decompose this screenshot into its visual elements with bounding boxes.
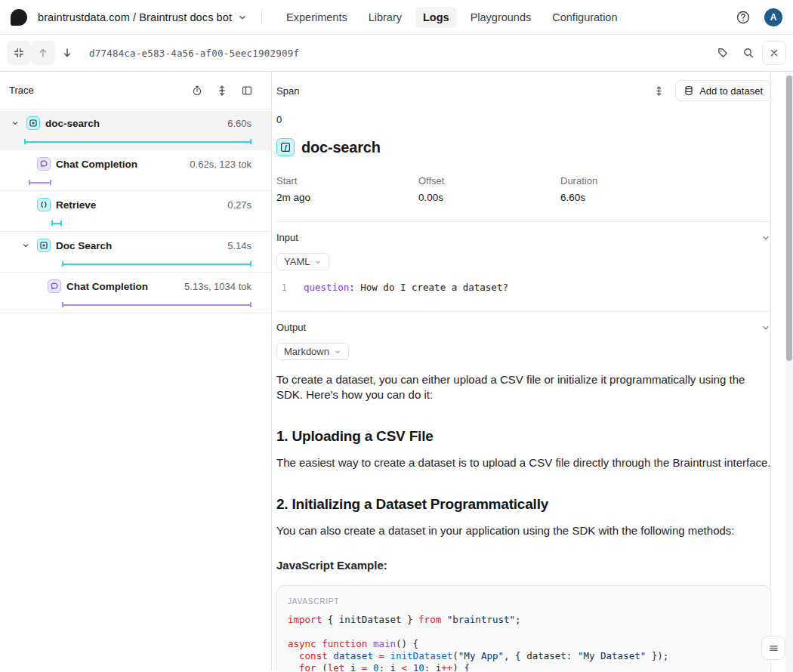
function-icon bbox=[37, 239, 51, 252]
span-name: Doc Search bbox=[56, 240, 222, 251]
output-format-select[interactable]: Markdown bbox=[276, 343, 349, 360]
chevron-down-icon[interactable] bbox=[761, 233, 771, 243]
chat-bubble-icon bbox=[37, 157, 51, 171]
span-duration: 0.62s, 123 tok bbox=[190, 159, 251, 170]
span-panel-title: Span bbox=[276, 85, 653, 97]
divider bbox=[261, 10, 262, 25]
timeline-bar bbox=[51, 220, 62, 226]
span-name-heading: doc-search bbox=[301, 139, 381, 156]
trace-tree: doc-search6.60sChat Completion0.62s, 123… bbox=[0, 111, 271, 313]
code-language-label: JAVASCRIPT bbox=[288, 596, 760, 606]
heading-uploading-csv: 1. Uploading a CSV File bbox=[276, 427, 771, 445]
span-panel: Span Add to dataset 0 f doc-search Start… bbox=[272, 72, 793, 671]
timeline-bar bbox=[29, 180, 51, 185]
output-section-title: Output bbox=[276, 322, 306, 333]
function-icon bbox=[26, 116, 40, 130]
span-name: Chat Completion bbox=[66, 281, 179, 292]
timer-icon[interactable] bbox=[191, 85, 203, 97]
chat-bubble-icon bbox=[48, 279, 61, 293]
chevron-down-icon[interactable] bbox=[761, 322, 771, 333]
next-span-button[interactable] bbox=[55, 41, 79, 65]
main-nav: ExperimentsLibraryLogsPlaygroundsConfigu… bbox=[279, 7, 625, 28]
side-panel-icon[interactable] bbox=[241, 85, 253, 97]
span-score: 0 bbox=[276, 114, 771, 125]
timeline-bar bbox=[24, 139, 251, 144]
collapsed-panel-toggle-button[interactable] bbox=[761, 636, 785, 660]
span-meta: Start2m agoOffset0.00sDuration6.60s bbox=[276, 175, 771, 203]
code-block: JAVASCRIPT import { initDataset } from "… bbox=[276, 585, 771, 671]
avatar[interactable]: A bbox=[764, 8, 782, 26]
scrollbar-thumb[interactable] bbox=[786, 76, 792, 361]
code-lines: import { initDataset } from "braintrust"… bbox=[288, 614, 760, 671]
database-icon bbox=[683, 85, 694, 96]
paragraph: To create a dataset, you can either uplo… bbox=[276, 372, 771, 402]
trace-toolbar: d77484ca-e583-4a56-af00-5eec1902909f bbox=[0, 35, 793, 72]
nav-configuration[interactable]: Configuration bbox=[545, 7, 625, 28]
trace-panel-title: Trace bbox=[9, 85, 191, 96]
input-section: Input YAML 1 question: How do I create a… bbox=[276, 221, 771, 293]
function-icon: f bbox=[276, 138, 295, 156]
trace-row[interactable]: doc-search6.60s bbox=[0, 111, 271, 150]
span-duration: 0.27s bbox=[227, 199, 251, 211]
chevron-down-icon[interactable] bbox=[237, 12, 248, 23]
chevron-down-icon[interactable] bbox=[9, 117, 21, 129]
span-duration: 6.60s bbox=[227, 118, 251, 129]
paragraph: The easiest way to create a dataset is t… bbox=[276, 455, 771, 470]
trace-id: d77484ca-e583-4a56-af00-5eec1902909f bbox=[89, 48, 299, 59]
meta-offset: Offset0.00s bbox=[418, 175, 560, 203]
span-name: Chat Completion bbox=[56, 159, 184, 170]
add-to-dataset-button[interactable]: Add to dataset bbox=[675, 80, 771, 101]
search-icon[interactable] bbox=[736, 41, 761, 65]
span-name: Retrieve bbox=[56, 199, 222, 211]
chevron-down-icon[interactable] bbox=[20, 239, 32, 251]
trace-row[interactable]: Chat Completion5.13s, 1034 tok bbox=[0, 274, 271, 313]
collapse-fullscreen-button[interactable] bbox=[7, 41, 31, 65]
nav-logs[interactable]: Logs bbox=[415, 7, 457, 28]
parentheses-icon bbox=[37, 198, 51, 211]
help-icon[interactable] bbox=[735, 9, 751, 26]
tag-icon[interactable] bbox=[711, 41, 735, 65]
project-breadcrumb[interactable]: braintrustdata.com / Braintrust docs bot bbox=[38, 11, 232, 23]
input-section-title: Input bbox=[276, 232, 298, 243]
braintrust-logo bbox=[11, 9, 27, 26]
javascript-example-label: JavaScript Example: bbox=[276, 558, 771, 573]
drag-handle-icon[interactable] bbox=[653, 85, 665, 97]
svg-text:f: f bbox=[285, 143, 288, 151]
trace-row[interactable]: Doc Search5.14s bbox=[0, 233, 271, 273]
top-bar: braintrustdata.com / Braintrust docs bot… bbox=[0, 0, 793, 35]
heading-initializing-dataset: 2. Initializing a Dataset Programmatical… bbox=[276, 495, 771, 513]
panel-divider bbox=[770, 72, 771, 672]
paragraph: You can also create a dataset in your ap… bbox=[276, 523, 771, 538]
meta-start: Start2m ago bbox=[276, 175, 418, 203]
nav-experiments[interactable]: Experiments bbox=[279, 7, 355, 28]
trace-row[interactable]: Chat Completion0.62s, 123 tok bbox=[0, 152, 271, 191]
prev-span-button[interactable] bbox=[31, 41, 55, 65]
expand-rows-icon[interactable] bbox=[216, 85, 228, 97]
input-format-select[interactable]: YAML bbox=[276, 253, 329, 270]
timeline-bar bbox=[62, 261, 251, 267]
nav-library[interactable]: Library bbox=[361, 7, 409, 28]
span-duration: 5.13s, 1034 tok bbox=[184, 281, 251, 292]
close-icon[interactable] bbox=[762, 41, 786, 65]
nav-playgrounds[interactable]: Playgrounds bbox=[463, 7, 539, 28]
line-number: 1 bbox=[276, 282, 287, 293]
input-code-line[interactable]: 1 question: How do I create a dataset? bbox=[276, 282, 771, 293]
trace-panel: Trace doc-search6.60sChat Completion0.62… bbox=[0, 72, 272, 671]
span-duration: 5.14s bbox=[227, 240, 251, 251]
markdown-output: To create a dataset, you can either uplo… bbox=[276, 372, 771, 671]
timeline-bar bbox=[62, 302, 251, 307]
meta-duration: Duration6.60s bbox=[560, 175, 771, 203]
output-section: Output Markdown To create a dataset, you… bbox=[276, 311, 771, 671]
trace-row[interactable]: Retrieve0.27s bbox=[0, 193, 271, 232]
span-name: doc-search bbox=[45, 118, 222, 129]
